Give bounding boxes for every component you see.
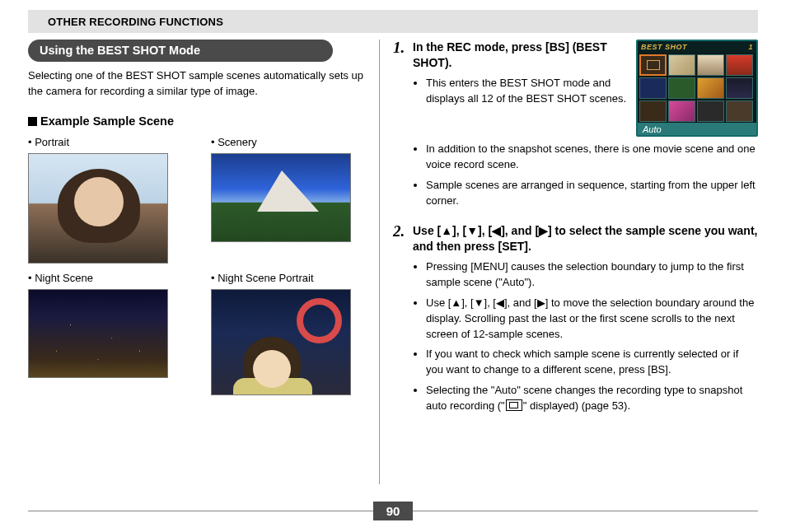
scene-cell: [668, 100, 695, 122]
left-column: Using the BEST SHOT Mode Selecting one o…: [28, 40, 379, 484]
scene-cell-selected: [639, 54, 667, 76]
screen-mode-label: Auto: [638, 123, 756, 135]
scene-cell: [668, 77, 695, 99]
scene-cell: [726, 54, 753, 76]
scene-cell: [697, 54, 724, 76]
step-1-bullet-1: This enters the BEST SHOT mode and displ…: [426, 76, 629, 107]
camera-screen-thumbnail: BEST SHOT 1: [636, 40, 758, 137]
page-number: 90: [373, 502, 414, 520]
scene-cell: [697, 100, 724, 122]
step-1-bullet-2: In addition to the snapshot scenes, ther…: [426, 142, 758, 173]
image-night-scene: [28, 289, 168, 378]
scene-cell: [697, 77, 724, 99]
intro-text: Selecting one of the BEST SHOT sample sc…: [28, 68, 369, 100]
label-night-scene-portrait: • Night Scene Portrait: [211, 272, 351, 284]
section-title: Using the BEST SHOT Mode: [28, 40, 333, 62]
label-portrait: • Portrait: [28, 136, 168, 148]
image-night-scene-portrait: [211, 289, 351, 395]
label-night-scene: • Night Scene: [28, 272, 168, 284]
scene-cell: [726, 100, 753, 122]
example-heading: Example Sample Scene: [28, 114, 369, 128]
example-heading-text: Example Sample Scene: [40, 114, 174, 128]
right-column: 1. In the REC mode, press [BS] (BEST SHO…: [380, 40, 758, 484]
step-2-bullet-3: If you want to check which sample scene …: [426, 347, 758, 378]
scene-cell: [639, 100, 667, 122]
image-scenery: [211, 153, 351, 242]
step-2-bullet-1: Pressing [MENU] causes the selection bou…: [426, 259, 758, 291]
step-2-heading: Use [▲], [▼], [◀], and [▶] to select the…: [413, 223, 758, 254]
section-header: OTHER RECORDING FUNCTIONS: [28, 10, 758, 33]
screen-index: 1: [748, 43, 753, 51]
step-1-bullet-3: Sample scenes are arranged in sequence, …: [426, 178, 758, 209]
step-2-bullet-2: Use [▲], [▼], [◀], and [▶] to move the s…: [426, 296, 758, 343]
step-1-number: 1.: [393, 40, 409, 217]
scene-cell: [668, 54, 695, 76]
image-portrait: [28, 153, 168, 264]
step-1-heading: In the REC mode, press [BS] (BEST SHOT).: [413, 40, 629, 71]
square-bullet-icon: [28, 117, 37, 126]
step-2-number: 2.: [393, 223, 409, 422]
screen-title: BEST SHOT: [641, 43, 687, 51]
scene-cell: [639, 77, 667, 99]
snapshot-icon: [506, 399, 522, 411]
page-footer: 90: [28, 501, 758, 520]
label-scenery: • Scenery: [211, 136, 351, 148]
scene-cell: [726, 77, 753, 99]
step-2-bullet-4: Selecting the "Auto" scene changes the r…: [426, 383, 758, 414]
